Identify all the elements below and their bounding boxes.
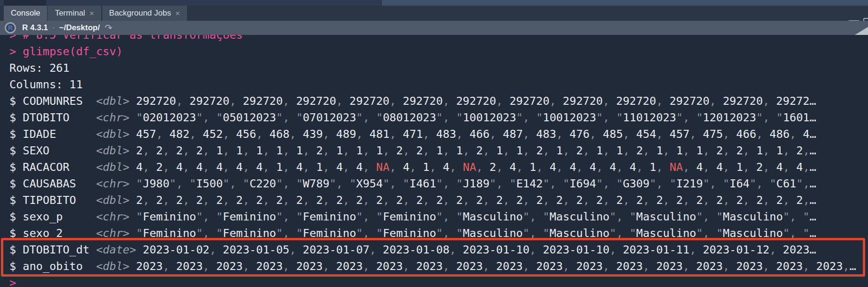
command-line-glimpse: > glimpse(df_csv) [9,43,868,60]
glimpse-row-DTOBITO_dt: $ DTOBITO_dt <date> 2023-01-02, 2023-01-… [9,242,868,258]
glimpse-row-sexo_2: $ sexo_2 <chr> "Feminino", "Feminino", "… [9,225,868,242]
separator-dot: · [52,23,55,33]
rows-count-line: Rows: 261 [9,60,868,76]
command-line-comment: > # 8.5 Verificar as transformações [9,35,868,43]
tab-background-jobs-label: Background Jobs [109,8,171,18]
upper-tab-fragment [4,0,46,6]
tab-console[interactable]: Console [4,6,47,21]
console-output[interactable]: > # 8.5 Verificar as transformações> gli… [0,35,868,287]
working-directory-link[interactable]: ~/Desktop/ [59,23,99,33]
r-logo-icon: R [5,22,16,34]
popout-arrow-icon[interactable]: ↷ [105,23,113,33]
console-toolbar: R R 4.3.1 · ~/Desktop/ ↷ [0,21,868,35]
tab-terminal[interactable]: Terminal × [47,6,101,21]
broom-icon[interactable] [855,27,868,35]
rstudio-console-pane: Console Terminal × Background Jobs × R R… [0,0,868,287]
glimpse-row-SEXO: $ SEXO <dbl> 2, 2, 2, 2, 1, 1, 1, 1, 1, … [9,143,868,159]
tab-terminal-label: Terminal [55,8,85,18]
glimpse-row-ano_obito: $ ano_obito <dbl> 2023, 2023, 2023, 2023… [9,258,868,275]
glimpse-row-CAUSABAS: $ CAUSABAS <chr> "J980", "I500", "C220",… [9,176,868,192]
glimpse-row-CODMUNRES: $ CODMUNRES <dbl> 292720, 292720, 292720… [9,93,868,110]
glimpse-row-DTOBITO: $ DTOBITO <chr> "02012023", "05012023", … [9,110,868,126]
console-tab-bar: Console Terminal × Background Jobs × [0,6,868,21]
upper-pane-edge [0,0,868,6]
tab-background-jobs[interactable]: Background Jobs × [102,6,188,21]
console-lines: > # 8.5 Verificar as transformações> gli… [9,35,868,287]
columns-count-line: Columns: 11 [9,76,868,93]
close-icon[interactable]: × [90,9,94,17]
glimpse-row-sexo_p: $ sexo_p <chr> "Feminino", "Feminino", "… [9,209,868,225]
glimpse-row-TIPOBITO: $ TIPOBITO <dbl> 2, 2, 2, 2, 2, 2, 2, 2,… [9,192,868,209]
tab-console-label: Console [11,8,40,18]
close-icon[interactable]: × [175,9,180,17]
glimpse-row-IDADE: $ IDADE <dbl> 457, 482, 452, 456, 468, 4… [9,126,868,143]
upper-pane-edge-right [381,0,868,6]
r-version-label: R 4.3.1 [22,23,48,33]
console-prompt: > [9,275,868,287]
glimpse-row-RACACOR: $ RACACOR <dbl> 4, 2, 4, 4, 4, 4, 4, 1, … [9,159,868,176]
